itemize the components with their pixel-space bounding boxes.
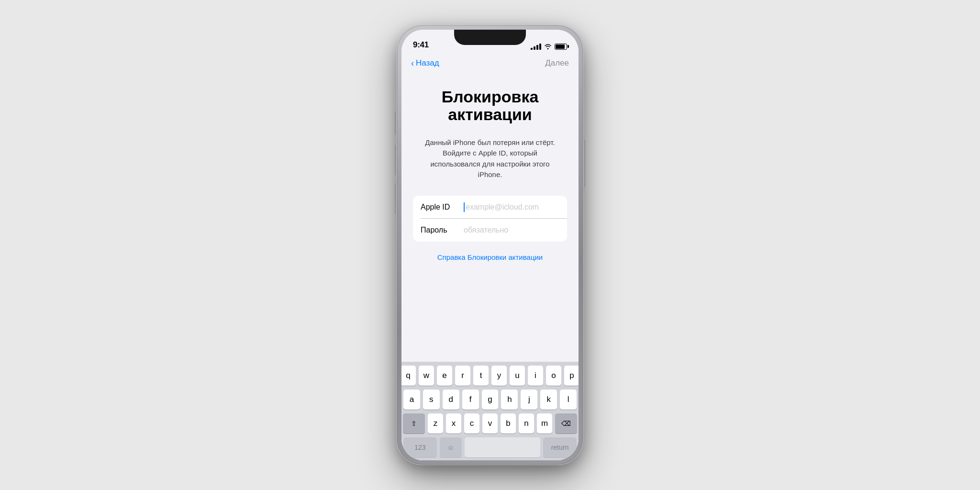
key-j[interactable]: j xyxy=(521,390,537,410)
apple-id-input[interactable] xyxy=(466,203,561,212)
apple-id-label: Apple ID xyxy=(421,203,464,212)
power-button[interactable] xyxy=(583,140,585,188)
wifi-icon xyxy=(544,44,552,49)
key-z[interactable]: z xyxy=(428,413,443,434)
main-content: Блокировка активации Данный iPhone был п… xyxy=(401,74,579,362)
form-container: Apple ID Пароль xyxy=(413,196,567,242)
battery-fill xyxy=(556,45,565,49)
nav-bar: ‹ Назад Далее xyxy=(401,53,579,74)
key-w[interactable]: w xyxy=(419,366,434,386)
key-f[interactable]: f xyxy=(462,390,479,410)
key-h[interactable]: h xyxy=(501,390,518,410)
apple-id-input-area xyxy=(464,202,561,212)
key-d[interactable]: d xyxy=(443,390,459,410)
status-time: 9:41 xyxy=(413,40,429,50)
key-l[interactable]: l xyxy=(560,390,577,410)
keyboard-row-4: 123 ☺ return xyxy=(403,437,577,457)
key-p[interactable]: p xyxy=(564,366,579,386)
key-t[interactable]: t xyxy=(473,366,489,386)
keyboard-row-2: a s d f g h j k l xyxy=(403,390,577,410)
battery-icon xyxy=(555,44,567,50)
key-x[interactable]: x xyxy=(446,413,461,434)
help-link[interactable]: Справка Блокировки активации xyxy=(413,253,567,261)
key-o[interactable]: o xyxy=(546,366,561,386)
shift-key[interactable]: ⇧ xyxy=(403,413,425,434)
keyboard: q w e r t y u i o p a s d f g xyxy=(401,362,579,460)
apple-id-field[interactable]: Apple ID xyxy=(413,196,567,219)
volume-down-button[interactable] xyxy=(395,183,397,214)
key-u[interactable]: u xyxy=(510,366,525,386)
key-r[interactable]: r xyxy=(455,366,470,386)
volume-up-button[interactable] xyxy=(395,145,397,176)
status-bar: 9:41 xyxy=(401,30,579,53)
key-c[interactable]: c xyxy=(464,413,479,434)
description-text: Данный iPhone был потерян или стёрт. Вой… xyxy=(413,137,567,180)
emoji-key[interactable]: ☺ xyxy=(440,437,462,457)
key-s[interactable]: s xyxy=(423,390,440,410)
password-label: Пароль xyxy=(421,226,464,234)
key-q[interactable]: q xyxy=(401,366,416,386)
key-v[interactable]: v xyxy=(482,413,498,434)
keyboard-row-3: ⇧ z x c v b n m ⌫ xyxy=(403,413,577,434)
space-key[interactable] xyxy=(465,437,541,457)
back-label: Назад xyxy=(416,58,439,68)
status-icons xyxy=(531,43,567,50)
page-title: Блокировка активации xyxy=(413,88,567,124)
back-button[interactable]: ‹ Назад xyxy=(411,58,439,68)
numbers-key[interactable]: 123 xyxy=(403,437,437,457)
key-n[interactable]: n xyxy=(519,413,534,434)
phone-screen: 9:41 xyxy=(401,30,579,460)
key-b[interactable]: b xyxy=(501,413,516,434)
text-cursor xyxy=(464,202,465,212)
key-k[interactable]: k xyxy=(540,390,557,410)
key-a[interactable]: a xyxy=(403,390,420,410)
screen-content: 9:41 xyxy=(401,30,579,460)
key-e[interactable]: e xyxy=(437,366,452,386)
delete-key[interactable]: ⌫ xyxy=(555,413,577,434)
key-g[interactable]: g xyxy=(482,390,499,410)
return-key[interactable]: return xyxy=(543,437,577,457)
signal-icon xyxy=(531,43,541,50)
next-button[interactable]: Далее xyxy=(545,58,569,68)
notch xyxy=(454,30,526,45)
password-input[interactable] xyxy=(464,226,559,234)
key-y[interactable]: y xyxy=(491,366,507,386)
key-m[interactable]: m xyxy=(537,413,552,434)
password-field[interactable]: Пароль xyxy=(413,219,567,242)
keyboard-row-1: q w e r t y u i o p xyxy=(403,366,577,386)
phone-frame: 9:41 xyxy=(397,25,583,465)
back-chevron-icon: ‹ xyxy=(411,58,414,68)
key-i[interactable]: i xyxy=(528,366,543,386)
